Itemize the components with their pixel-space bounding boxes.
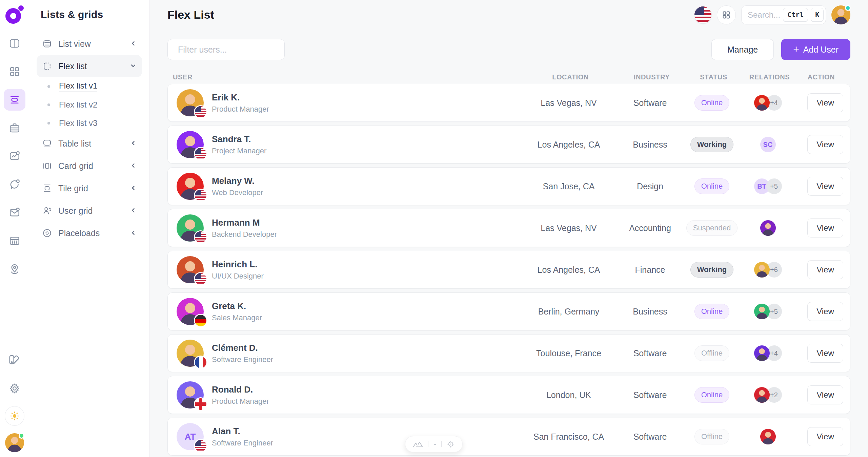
kbd-k: K <box>811 8 824 22</box>
view-button[interactable]: View <box>807 260 843 279</box>
user-name: Melany W. <box>212 176 263 186</box>
sidebar-item-label: Flex list <box>58 61 87 71</box>
rail-bottom-group <box>4 349 25 452</box>
components-icon[interactable] <box>4 349 25 371</box>
person-illustration <box>754 387 770 403</box>
global-search-input[interactable] <box>748 10 780 20</box>
messages-icon[interactable] <box>4 173 25 195</box>
chevron-left-icon <box>130 161 137 171</box>
sidebar-item-flex-list[interactable]: Flex list <box>37 55 142 77</box>
user-name: Greta K. <box>212 301 262 311</box>
target-icon[interactable] <box>447 440 455 448</box>
analytics-icon[interactable] <box>4 145 25 167</box>
relation-avatar <box>754 262 770 278</box>
user-menu-avatar[interactable] <box>831 5 850 24</box>
flag-us-icon <box>195 440 206 452</box>
action-cell: View <box>796 344 843 363</box>
flag-us-icon <box>195 190 206 201</box>
column-industry: Industry <box>618 73 686 81</box>
avatar <box>177 256 204 283</box>
manage-button[interactable]: Manage <box>711 39 774 60</box>
add-user-button[interactable]: + Add User <box>781 39 850 60</box>
sidebar-item-tile-grid[interactable]: Tile grid <box>37 177 142 199</box>
relation-avatar <box>760 220 776 236</box>
view-button[interactable]: View <box>807 302 843 321</box>
relations-group[interactable]: BT+5 <box>754 178 782 194</box>
relations-group[interactable]: +4 <box>754 345 782 361</box>
page-header: Flex List Ctrl K <box>167 5 850 24</box>
briefcase-icon[interactable] <box>4 117 25 139</box>
calendar-icon[interactable] <box>4 230 25 251</box>
rail-profile-avatar[interactable] <box>5 433 24 452</box>
main-content: Flex List Ctrl K Manage + <box>150 0 868 457</box>
language-flag-us-icon[interactable] <box>694 6 711 23</box>
relation-initials-avatar: SC <box>760 137 776 152</box>
view-button[interactable]: View <box>807 177 843 196</box>
view-button[interactable]: View <box>807 344 843 363</box>
relations-group[interactable]: SC <box>760 137 776 152</box>
sidebar-subitem-label: Flex list v2 <box>59 100 97 110</box>
relations-group[interactable]: +6 <box>754 262 782 278</box>
sidebar-subitem-flex-list-v2[interactable]: Flex list v2 <box>37 96 142 114</box>
view-button[interactable]: View <box>807 385 843 404</box>
sidebar-subitem-label: Flex list v3 <box>59 118 97 128</box>
sidebar-item-label: Card grid <box>58 161 93 171</box>
relation-avatar <box>754 95 770 111</box>
columns-icon[interactable] <box>4 33 25 54</box>
card-grid-icon <box>42 161 52 171</box>
table-row: Ronald D. Product Manager London, UK Sof… <box>167 376 850 414</box>
chevron-left-icon <box>130 139 137 149</box>
avatar <box>177 131 204 158</box>
user-cell: AT Alan T. Software Engineer <box>177 423 521 450</box>
sidebar-item-card-grid[interactable]: Card grid <box>37 155 142 177</box>
apps-launcher-button[interactable] <box>717 5 736 24</box>
icon-rail <box>0 0 29 457</box>
sidebar-item-user-grid[interactable]: User grid <box>37 199 142 222</box>
brand-logo[interactable] <box>5 5 24 24</box>
sidebar-item-list-view[interactable]: List view <box>37 33 142 55</box>
view-button[interactable]: View <box>807 218 843 237</box>
status-badge: Online <box>694 387 730 403</box>
sidebar-item-placeloads[interactable]: Placeloads <box>37 222 142 244</box>
user-cell: Hermann M Backend Developer <box>177 214 521 242</box>
view-button[interactable]: View <box>807 93 843 112</box>
mail-icon[interactable] <box>4 202 25 223</box>
filter-users-input[interactable] <box>178 45 287 55</box>
user-cell: Ronald D. Product Manager <box>177 381 521 408</box>
apps-icon[interactable] <box>4 61 25 82</box>
avatar <box>177 89 204 116</box>
sidebar-item-table-list[interactable]: Table list <box>37 132 142 155</box>
person-illustration <box>754 304 770 319</box>
user-text: Heinrich L. UI/UX Designer <box>212 259 264 281</box>
sidebar-subitem-flex-list-v1[interactable]: Flex list v1 <box>37 77 142 96</box>
view-button[interactable]: View <box>807 427 843 446</box>
relations-group[interactable] <box>760 429 776 444</box>
relations-group[interactable]: +5 <box>754 304 782 319</box>
sidebar-subitem-flex-list-v3[interactable]: Flex list v3 <box>37 114 142 132</box>
table-row: AT Alan T. Software Engineer San Francis… <box>167 418 850 456</box>
status-cell: Working <box>684 262 740 278</box>
relations-group[interactable]: +2 <box>754 387 782 403</box>
flex-list-icon[interactable] <box>4 89 25 111</box>
view-button[interactable]: View <box>807 135 843 154</box>
person-illustration <box>760 220 776 236</box>
relations-group[interactable] <box>760 220 776 236</box>
avatar <box>177 173 204 200</box>
global-search: Ctrl K <box>741 5 826 24</box>
relation-avatar <box>754 304 770 319</box>
sidebar-item-label: Placeloads <box>58 228 100 238</box>
placeloads-icon <box>42 228 52 238</box>
location-cell: San Francisco, CA <box>521 432 616 442</box>
user-grid-icon <box>42 206 52 216</box>
sidebar-nav: List viewFlex listFlex list v1Flex list … <box>37 33 142 244</box>
settings-gear-icon[interactable] <box>4 378 25 399</box>
location-pin-icon[interactable] <box>4 258 25 280</box>
chevron-left-icon <box>130 206 137 216</box>
relations-group[interactable]: +4 <box>754 95 782 111</box>
status-badge: Working <box>690 262 734 278</box>
theme-toggle[interactable] <box>5 406 24 426</box>
user-role: Software Engineer <box>212 439 273 448</box>
status-badge: Online <box>694 304 730 319</box>
user-name: Alan T. <box>212 426 273 437</box>
nuxt-logo-icon[interactable] <box>413 440 423 448</box>
